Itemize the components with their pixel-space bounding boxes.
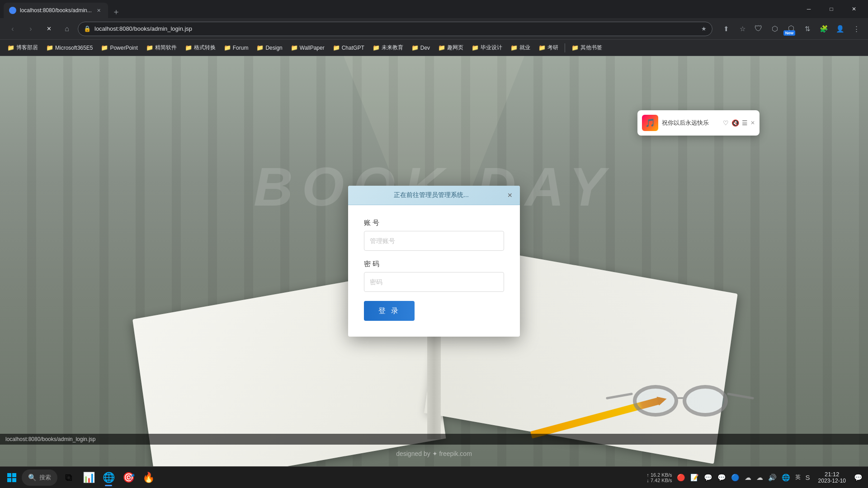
tray-icon-4[interactable]: 💬 (716, 472, 728, 483)
bookmark-other[interactable]: 📁 其他书签 (568, 42, 606, 53)
extensions-icon[interactable]: 🧩 (817, 23, 830, 35)
taskbar: 🔍 搜索 ⧉ 📊 🌐 🎯 🔥 (0, 466, 868, 488)
bookmark-graduation[interactable]: 📁 毕业设计 (468, 42, 506, 53)
kaspersky-icon[interactable]: 🛡 (752, 23, 765, 35)
url-text: localhost:8080/books/admin_login.jsp (94, 25, 698, 32)
notification-mute-button[interactable]: 🔇 (731, 119, 739, 127)
new-tab-button[interactable]: ＋ (110, 5, 123, 18)
bookmark-folder-icon: 📁 (538, 44, 546, 51)
bookmark-label: Microsoft365E5 (55, 45, 93, 51)
bookmark-powerpoint[interactable]: 📁 PowerPoint (97, 42, 141, 53)
tray-icon-7[interactable]: ☁ (755, 472, 765, 483)
status-alert-bar: 正在前往管理员管理系统... ✕ (348, 186, 520, 205)
sync-icon[interactable]: ⇅ (801, 23, 814, 35)
maximize-button[interactable]: □ (821, 2, 842, 16)
share-icon[interactable]: ⬆ (720, 23, 732, 35)
bookmark-chatgpt[interactable]: 📁 ChatGPT (329, 42, 368, 53)
tray-icon-8[interactable]: 🔊 (766, 472, 778, 483)
tray-icon-1[interactable]: 🔴 (675, 472, 687, 483)
menu-icon[interactable]: ⋮ (850, 23, 863, 35)
bookmark-label: 精简软件 (155, 44, 177, 52)
profile-icon[interactable]: 👤 (834, 23, 846, 35)
notification-menu-button[interactable]: ☰ (742, 119, 748, 127)
url-bar[interactable]: 🔒 localhost:8080/books/admin_login.jsp ★ (78, 22, 712, 36)
bookmark-label: PowerPoint (110, 45, 137, 51)
extension-icon[interactable]: ⬡ (769, 23, 781, 35)
notification-popup: 🎵 祝你以后永远快乐 ♡ 🔇 ☰ ✕ (637, 110, 760, 136)
clock-display[interactable]: 21:12 2023-12-10 (815, 470, 849, 485)
webpage: BOOK DAY designed by ✦ freepik.com 🎵 祝你以… (0, 56, 868, 466)
time-display: 21:12 (825, 471, 840, 478)
search-text: 搜索 (39, 474, 51, 482)
taskview-button[interactable]: ⧉ (59, 468, 78, 487)
taskview-icon: ⧉ (65, 472, 72, 483)
start-button[interactable] (4, 469, 20, 486)
login-button[interactable]: 登 录 (364, 301, 415, 321)
chrome-button[interactable]: 🌐 (99, 468, 118, 487)
bookmark-folder-icon: 📁 (438, 44, 445, 51)
minimize-button[interactable]: ─ (798, 2, 819, 16)
bookmark-folder-icon: 📁 (373, 44, 380, 51)
new-extension-area: ⬡ New (785, 22, 797, 36)
bookmark-label: ChatGPT (342, 45, 364, 51)
app4-button[interactable]: 🎯 (119, 468, 138, 487)
bookmark-quwangye[interactable]: 📁 趣网页 (434, 42, 467, 53)
bookmark-icon[interactable]: ☆ (736, 23, 749, 35)
toolbar-icons: ⬆ ☆ 🛡 ⬡ ⬡ New ⇅ 🧩 👤 ⋮ (720, 22, 863, 36)
bookmark-dev[interactable]: 📁 Dev (408, 42, 434, 53)
login-form-body: 账 号 密 码 登 录 (348, 205, 520, 337)
files-icon: 📊 (83, 472, 95, 483)
password-label: 密 码 (364, 260, 504, 268)
back-button[interactable]: ‹ (5, 22, 20, 36)
tray-icon-6[interactable]: ☁ (743, 472, 753, 483)
files-button[interactable]: 📊 (79, 468, 98, 487)
tray-icon-3[interactable]: 💬 (702, 472, 714, 483)
tray-icon-5[interactable]: 🔵 (729, 472, 741, 483)
tray-icons: 🔴 📝 💬 💬 🔵 ☁ ☁ 🔊 🌐 英 S (675, 472, 812, 483)
bookmark-design[interactable]: 📁 Design (253, 42, 286, 53)
bookmark-microsoft[interactable]: 📁 Microsoft365E5 (42, 42, 96, 53)
bookmark-label: 趣网页 (447, 44, 463, 52)
tab-close-button[interactable]: ✕ (95, 7, 103, 14)
bookmark-wallpaper[interactable]: 📁 WallPaper (287, 42, 328, 53)
bookmark-folder-icon: 📁 (411, 44, 419, 51)
app5-button[interactable]: 🔥 (139, 468, 158, 487)
close-button[interactable]: ✕ (844, 2, 864, 16)
password-input[interactable] (364, 272, 504, 292)
bookmark-folder-icon: 📁 (7, 44, 14, 51)
bookmark-forum[interactable]: 📁 Forum (220, 42, 252, 53)
reload-button[interactable]: ✕ (42, 22, 56, 36)
active-indicator (105, 485, 112, 486)
taskbar-app-icons: ⧉ 📊 🌐 🎯 🔥 (59, 468, 158, 487)
network-down: ↓ 7.42 KB/s (646, 478, 672, 483)
bookmark-label: Design (265, 45, 282, 51)
new-badge: New (783, 30, 796, 36)
title-bar: localhost:8080/books/admin... ✕ ＋ ─ □ ✕ (0, 0, 868, 18)
notification-center-button[interactable]: 💬 (852, 472, 864, 483)
tray-icon-9[interactable]: 🌐 (780, 472, 792, 483)
notification-close-button[interactable]: ✕ (750, 120, 755, 126)
home-button[interactable]: ⌂ (60, 22, 74, 36)
tray-icon-10[interactable]: S (804, 472, 812, 483)
ime-indicator[interactable]: 英 (793, 472, 802, 483)
username-group: 账 号 (364, 219, 504, 251)
bookmark-jingjiansoftware[interactable]: 📁 精简软件 (142, 42, 180, 53)
bookmark-postgrad[interactable]: 📁 考研 (535, 42, 562, 53)
network-speed-display: ↑ 16.2 KB/s ↓ 7.42 KB/s (646, 472, 672, 483)
active-tab[interactable]: localhost:8080/books/admin... ✕ (4, 3, 108, 18)
status-close-button[interactable]: ✕ (507, 192, 513, 199)
bookmark-format[interactable]: 📁 格式转换 (181, 42, 219, 53)
tray-icon-2[interactable]: 📝 (689, 472, 701, 483)
bookmark-weilai[interactable]: 📁 未来教育 (369, 42, 407, 53)
app4-icon: 🎯 (123, 472, 135, 483)
login-dialog: 正在前往管理员管理系统... ✕ 账 号 密 码 登 录 (348, 186, 520, 337)
bookmark-employment[interactable]: 📁 就业 (507, 42, 534, 53)
bookmark-folder-icon: 📁 (571, 44, 579, 51)
bookmark-博客部居[interactable]: 📁 博客部居 (4, 42, 42, 53)
taskbar-search-bar[interactable]: 🔍 搜索 (22, 469, 57, 486)
notification-like-button[interactable]: ♡ (723, 119, 729, 127)
svg-rect-3 (12, 478, 16, 482)
forward-button[interactable]: › (24, 22, 38, 36)
bookmark-folder-icon: 📁 (256, 44, 264, 51)
username-input[interactable] (364, 231, 504, 251)
